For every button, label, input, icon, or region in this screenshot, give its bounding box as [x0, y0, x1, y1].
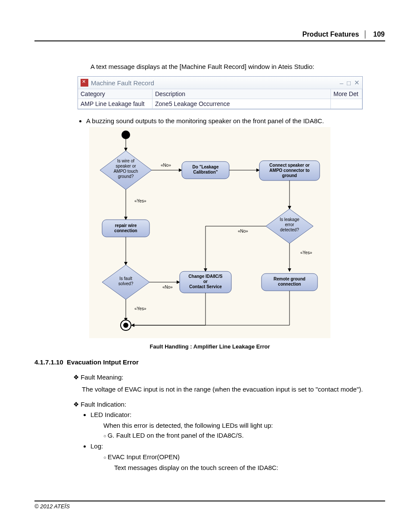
cell-category: AMP Line Leakage fault — [78, 99, 153, 109]
svg-text:solved?: solved? — [118, 281, 134, 286]
flowchart-svg: Is wire of speaker or AMPO touch ground?… — [89, 127, 330, 338]
svg-text:Is fault: Is fault — [119, 276, 132, 281]
log-item: EVAC Input Error(OPEN) — [103, 453, 385, 460]
process-change-contact: Change IDA8C/S or Contact Service — [180, 271, 231, 293]
svg-text:AMPO touch: AMPO touch — [114, 169, 138, 174]
col-category[interactable]: Category — [78, 89, 153, 99]
led-text: When this error is detected, the followi… — [103, 422, 385, 429]
process-leakage-calibration: Do "Leakage Calibration" — [182, 162, 229, 179]
bullet-buzzing: A buzzing sound outputs to the monitorin… — [86, 117, 385, 124]
svg-text:Change IDA8C/S: Change IDA8C/S — [189, 274, 223, 279]
flow-caption: Fault Handling : Amplifier Line Leakage … — [34, 343, 385, 350]
log-label: Log: — [90, 442, 385, 450]
svg-text:«Yes»: «Yes» — [300, 250, 312, 255]
svg-text:error: error — [285, 222, 294, 227]
svg-text:repair wire: repair wire — [115, 223, 137, 228]
footer: © 2012 ATEÏS — [34, 501, 385, 510]
led-item: G. Fault LED on the front panel of the I… — [103, 432, 385, 439]
led-indicator-label: LED Indicator: — [90, 411, 385, 418]
start-node — [121, 131, 130, 139]
svg-text:Is wire of: Is wire of — [117, 159, 134, 163]
svg-text:«Yes»: «Yes» — [134, 306, 146, 311]
label-no: «No» — [161, 163, 171, 168]
svg-text:speaker or: speaker or — [115, 164, 136, 168]
svg-text:Remote ground: Remote ground — [274, 277, 305, 281]
fault-meaning-label: Fault Meaning: — [73, 373, 385, 381]
intro-text: A text message displays at the [Machine … — [90, 63, 385, 70]
svg-text:ground?: ground? — [118, 174, 134, 179]
maximize-button[interactable]: □ — [347, 79, 351, 87]
svg-text:«No»: «No» — [238, 229, 248, 233]
section-heading: 4.1.7.1.10 Evacuation Intput Error — [34, 358, 385, 366]
header-title: Product Features — [302, 31, 359, 38]
end-node — [121, 320, 131, 330]
svg-text:or: or — [203, 279, 208, 284]
svg-text:connection: connection — [114, 228, 137, 233]
table-row[interactable]: AMP Line Leakage fault Zone5 Leakage Occ… — [78, 99, 362, 109]
app-icon — [81, 79, 88, 87]
svg-text:AMPO connector to: AMPO connector to — [269, 168, 309, 173]
process-remote-ground: Remote ground connection — [262, 274, 318, 291]
svg-text:«Yes»: «Yes» — [134, 199, 146, 203]
close-button[interactable]: ✕ — [354, 79, 360, 87]
minimize-button[interactable]: – — [340, 79, 343, 87]
svg-text:detected?: detected? — [280, 227, 299, 232]
svg-text:connection: connection — [278, 282, 301, 286]
flowchart: Is wire of speaker or AMPO touch ground?… — [34, 127, 385, 340]
cell-more — [331, 99, 362, 109]
svg-text:Is leakage: Is leakage — [280, 217, 299, 222]
page-header: Product Features 109 — [34, 30, 385, 41]
svg-text:«No»: «No» — [162, 285, 173, 289]
col-more[interactable]: More Det — [331, 89, 362, 99]
svg-point-45 — [123, 323, 128, 328]
page-number: 109 — [365, 30, 385, 39]
fault-meaning-text: The voltage of EVAC input is not in the … — [82, 386, 385, 393]
action-repair-wire: repair wire connection — [102, 220, 149, 237]
cell-description: Zone5 Leakage Occurrence — [153, 99, 331, 109]
col-description[interactable]: Description — [153, 89, 331, 99]
log-text: Text messages display on the touch scree… — [114, 464, 385, 471]
process-connect-ground: Connect speaker or AMPO connector to gro… — [259, 161, 320, 180]
machine-fault-record-window: Machine Fault Record – □ ✕ Category Desc… — [78, 76, 363, 109]
svg-text:ground: ground — [282, 173, 297, 178]
fault-indication-label: Fault Indication: — [73, 401, 385, 408]
table-header: Category Description More Det — [78, 89, 362, 99]
svg-text:Contact Service: Contact Service — [189, 284, 222, 289]
svg-text:Do "Leakage: Do "Leakage — [193, 165, 219, 169]
window-titlebar: Machine Fault Record – □ ✕ — [78, 77, 362, 89]
svg-text:Connect speaker or: Connect speaker or — [269, 163, 309, 168]
svg-text:Calibration": Calibration" — [193, 170, 218, 174]
window-title: Machine Fault Record — [91, 79, 154, 87]
